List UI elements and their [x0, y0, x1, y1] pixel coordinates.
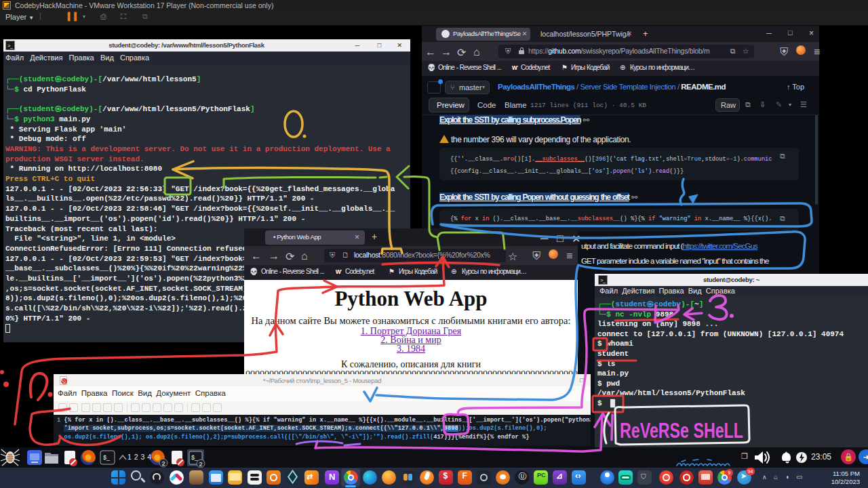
svg-text:ReVeRSe SHeLL: ReVeRSe SHeLL	[620, 419, 743, 443]
